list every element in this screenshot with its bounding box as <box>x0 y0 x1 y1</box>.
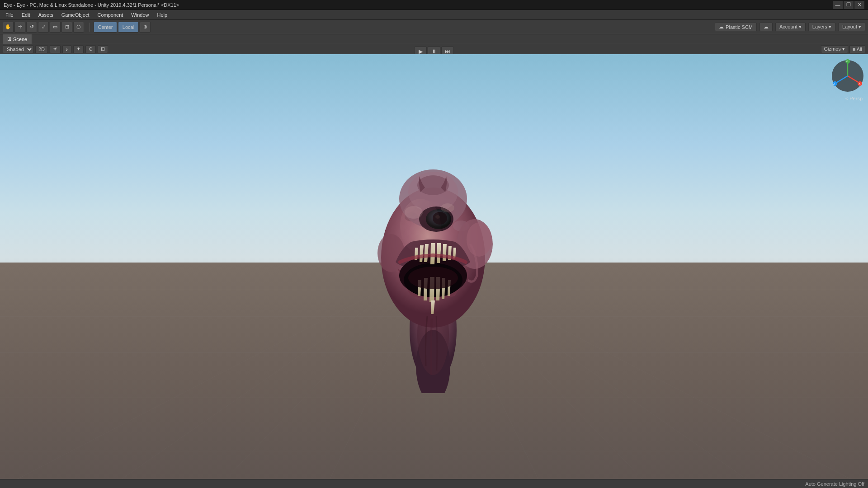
menu-file[interactable]: File <box>2 11 17 19</box>
svg-text:Z: Z <box>833 82 835 85</box>
account-button[interactable]: Account ▾ <box>775 23 806 31</box>
hide-button[interactable]: ⊙ <box>85 45 96 53</box>
menu-help[interactable]: Help <box>153 11 171 19</box>
status-bar: Auto Generate Lighting Off <box>0 479 868 488</box>
cloud-button[interactable]: ☁ <box>760 23 773 31</box>
status-message: Auto Generate Lighting Off <box>805 481 864 487</box>
menu-gameobject[interactable]: GameObject <box>58 11 93 19</box>
plastic-scm-button[interactable]: ☁ Plastic SCM <box>715 23 757 31</box>
title-bar: Eye - Eye - PC, Mac & Linux Standalone -… <box>0 0 868 10</box>
svg-point-23 <box>467 222 492 257</box>
menu-component[interactable]: Component <box>94 11 127 19</box>
rect-tool-button[interactable]: ▭ <box>50 22 61 33</box>
svg-point-50 <box>405 206 423 219</box>
gizmos-button[interactable]: Gizmos ▾ <box>821 45 848 53</box>
shading-mode-select[interactable]: Shaded <box>3 45 33 53</box>
extra-tool-button[interactable]: ⬡ <box>73 22 84 33</box>
monster-model <box>366 113 502 393</box>
audio-button[interactable]: ♪ <box>62 45 71 53</box>
scene-tab-icon: ⊞ <box>7 36 11 42</box>
center-button[interactable]: Center <box>94 22 117 33</box>
menu-window[interactable]: Window <box>127 11 152 19</box>
title-bar-controls[interactable]: — ❐ ✕ <box>833 1 864 9</box>
svg-text:Y: Y <box>846 60 848 63</box>
gizmos-group: Gizmos ▾ ≡ All <box>821 45 865 53</box>
hand-tool-button[interactable]: ✋ <box>3 22 14 33</box>
scene-tab-label: Scene <box>13 37 27 42</box>
layers-label: Layers ▾ <box>812 24 831 30</box>
scene-tab[interactable]: ⊞ Scene <box>3 34 32 44</box>
mode-2d-button[interactable]: 2D <box>35 45 48 53</box>
svg-point-48 <box>408 267 458 289</box>
grid-button[interactable]: ⊞ <box>98 45 108 53</box>
lighting-button[interactable]: ☀ <box>50 45 61 53</box>
plastic-scm-label: Plastic SCM <box>726 24 753 30</box>
transform-tools-group: ✋ ✛ ↺ ⤢ ▭ ⊞ ⬡ <box>3 22 84 33</box>
account-label: Account ▾ <box>779 24 802 30</box>
main-toolbar: ✋ ✛ ↺ ⤢ ▭ ⊞ ⬡ Center Local ⊕ ▶ ⏸ ⏭ ☁ Pla… <box>0 20 868 34</box>
scene-tab-bar: ⊞ Scene <box>0 34 868 44</box>
global-button[interactable]: ⊕ <box>140 22 151 33</box>
window-title: Eye - Eye - PC, Mac & Linux Standalone -… <box>4 2 179 8</box>
menu-assets[interactable]: Assets <box>35 11 57 19</box>
svg-text:X: X <box>859 82 861 85</box>
svg-point-49 <box>400 199 441 253</box>
transform-tool-button[interactable]: ⊞ <box>61 22 72 33</box>
cloud-icon: ☁ <box>719 24 724 30</box>
menu-bar: File Edit Assets GameObject Component Wi… <box>0 10 868 20</box>
viewport[interactable]: Y X Z < Persp Auto Generate Lighting Off <box>0 54 868 488</box>
layers-button[interactable]: Layers ▾ <box>808 23 835 31</box>
right-toolbar: ☁ Plastic SCM ☁ Account ▾ Layers ▾ Layou… <box>715 23 865 31</box>
pivot-group: Center Local ⊕ <box>94 22 151 33</box>
cloud-upload-icon: ☁ <box>764 24 769 30</box>
local-button[interactable]: Local <box>118 22 139 33</box>
perspective-label: < Persp <box>845 96 863 101</box>
effects-button[interactable]: ✦ <box>73 45 84 53</box>
maximize-button[interactable]: ❐ <box>844 1 854 9</box>
minimize-button[interactable]: — <box>833 1 843 9</box>
rotate-tool-button[interactable]: ↺ <box>26 22 37 33</box>
scene-gizmo[interactable]: Y X Z <box>823 58 863 94</box>
layout-label: Layout ▾ <box>842 24 861 30</box>
separator-1 <box>90 23 90 32</box>
move-tool-button[interactable]: ✛ <box>14 22 25 33</box>
search-all-button[interactable]: ≡ All <box>849 45 865 53</box>
menu-edit[interactable]: Edit <box>18 11 34 19</box>
layout-button[interactable]: Layout ▾ <box>838 23 865 31</box>
svg-point-51 <box>441 203 454 212</box>
close-button[interactable]: ✕ <box>854 1 864 9</box>
monster-svg <box>366 113 502 393</box>
scale-tool-button[interactable]: ⤢ <box>38 22 49 33</box>
